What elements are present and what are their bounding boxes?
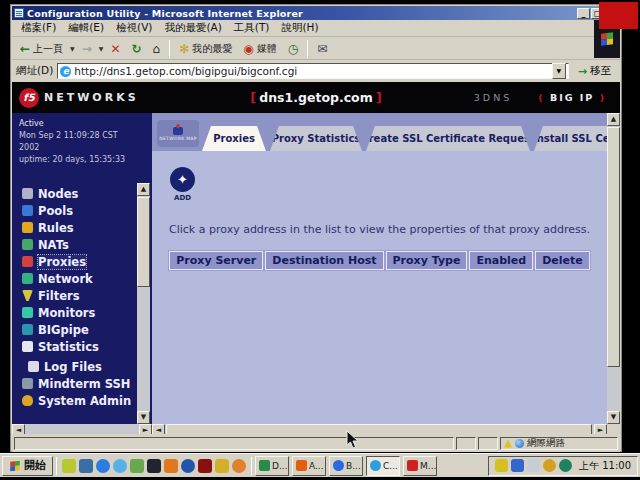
sidebar-item-nats[interactable]: NATs	[22, 236, 136, 253]
taskbar: 開始 D... A... B... C... M... 上午 11:00	[0, 453, 640, 477]
quick-launch-icon[interactable]	[62, 459, 76, 473]
quick-launch-icon[interactable]	[147, 459, 161, 473]
proxies-panel: ✦ ADD Click a proxy address in the list …	[152, 151, 607, 424]
history-button[interactable]: ◷	[283, 39, 303, 58]
go-button[interactable]: → 移至	[573, 63, 616, 80]
network-icon	[22, 273, 33, 284]
sidebar-item-log-files[interactable]: Log Files	[22, 358, 136, 375]
address-input[interactable]	[74, 65, 549, 77]
refresh-button[interactable]: ↻	[126, 39, 146, 58]
tab-proxy-statistics[interactable]: Proxy Statistics	[270, 126, 362, 151]
content-horizontal-scrollbar[interactable]: ◄ ►	[152, 424, 620, 434]
menu-favorites[interactable]: 我的最愛(A)	[159, 20, 226, 36]
scroll-right-icon[interactable]: ►	[139, 424, 152, 434]
sidebar-item-statistics[interactable]: Statistics	[22, 338, 136, 355]
back-dropdown-icon[interactable]: ▼	[69, 45, 76, 52]
sidebar-item-filters[interactable]: Filters	[22, 287, 136, 304]
scroll-left-icon[interactable]: ◄	[152, 424, 165, 434]
forward-dropdown-icon[interactable]: ▼	[98, 45, 105, 52]
scrollbar-corner	[607, 424, 620, 434]
scroll-down-icon[interactable]: ▼	[137, 411, 150, 424]
quick-launch-icon[interactable]	[232, 459, 246, 473]
tray-icon[interactable]	[543, 459, 556, 472]
menu-view[interactable]: 檢視(V)	[111, 20, 157, 36]
product-3dns-link[interactable]: 3DNS	[474, 92, 513, 103]
scroll-down-icon[interactable]: ▼	[607, 411, 620, 424]
scrollbar-thumb[interactable]	[607, 127, 620, 367]
menu-bar: 檔案(F) 編輯(E) 檢視(V) 我的最愛(A) 工具(T) 說明(H)	[12, 20, 620, 37]
scrollbar-thumb[interactable]	[137, 197, 150, 287]
tray-icon[interactable]	[511, 459, 524, 472]
start-button[interactable]: 開始	[2, 456, 53, 476]
sidebar-item-pools[interactable]: Pools	[22, 202, 136, 219]
proxy-table-header-row: Proxy Server Destination Host Proxy Type…	[152, 251, 607, 270]
sidebar-item-rules[interactable]: Rules	[22, 219, 136, 236]
toolbar-separator	[307, 40, 308, 58]
tab-proxies[interactable]: Proxies	[202, 126, 266, 151]
taskbar-window-button[interactable]: A...	[292, 456, 326, 476]
scroll-up-icon[interactable]: ▲	[137, 183, 150, 196]
sidebar-vertical-scrollbar[interactable]: ▲ ▼	[137, 183, 150, 424]
content-vertical-scrollbar[interactable]: ▲ ▼	[607, 113, 620, 424]
tray-icon[interactable]	[495, 459, 508, 472]
menu-tools[interactable]: 工具(T)	[229, 20, 275, 36]
scroll-left-icon[interactable]: ◄	[12, 424, 25, 434]
add-proxy-button[interactable]: ✦	[170, 167, 195, 192]
sidebar-item-system-admin[interactable]: System Admin	[22, 392, 136, 409]
taskbar-window-button[interactable]: B...	[329, 456, 363, 476]
status-datetime: Mon Sep 2 11:09:28 CST 2002	[19, 130, 139, 154]
video-capture-artifact	[599, 2, 638, 29]
back-button[interactable]: ← 上一頁	[15, 39, 68, 58]
quick-launch-icon[interactable]	[215, 459, 229, 473]
minimize-button[interactable]: _	[577, 8, 590, 19]
quick-launch-icon[interactable]	[96, 459, 110, 473]
media-button[interactable]: ◉ 媒體	[238, 39, 281, 58]
quick-launch-icon[interactable]	[79, 459, 93, 473]
scroll-right-icon[interactable]: ►	[594, 424, 607, 434]
taskbar-window-button-active[interactable]: C...	[366, 456, 400, 476]
sidebar-item-proxies[interactable]: Proxies	[22, 253, 136, 270]
sidebar-item-monitors[interactable]: Monitors	[22, 304, 136, 321]
stop-button[interactable]: ✕	[105, 39, 125, 58]
col-proxy-type[interactable]: Proxy Type	[386, 251, 468, 270]
sidebar-item-bigpipe[interactable]: BIGpipe	[22, 321, 136, 338]
quick-launch-icon[interactable]	[181, 459, 195, 473]
scrollbar-thumb[interactable]	[166, 424, 592, 434]
sidebar-horizontal-scrollbar[interactable]: ◄ ►	[12, 424, 152, 434]
hostname-banner: [dns1.getop.com]	[247, 90, 384, 105]
quick-launch-icon[interactable]	[113, 459, 127, 473]
sidebar-item-mindterm-ssh[interactable]: Mindterm SSH	[22, 375, 136, 392]
menu-edit[interactable]: 編輯(E)	[63, 20, 109, 36]
tray-icon[interactable]	[527, 459, 540, 472]
product-bigip-link[interactable]: ( BIG IP )	[538, 92, 606, 103]
mail-button[interactable]: ✉	[312, 39, 332, 58]
col-delete[interactable]: Delete	[535, 251, 590, 270]
col-destination-host[interactable]: Destination Host	[265, 251, 383, 270]
home-button[interactable]: ⌂	[148, 39, 166, 58]
tray-icon[interactable]	[559, 459, 572, 472]
ie-window: Configuration Utility - Microsoft Intern…	[10, 4, 622, 452]
address-dropdown-icon[interactable]: ▼	[552, 63, 566, 79]
col-enabled[interactable]: Enabled	[469, 251, 533, 270]
favorites-button[interactable]: ✻ 我的最愛	[174, 39, 237, 58]
sidebar-item-nodes[interactable]: Nodes	[22, 185, 136, 202]
col-proxy-server[interactable]: Proxy Server	[169, 251, 263, 270]
menu-help[interactable]: 說明(H)	[276, 20, 323, 36]
tab-create-ssl-certificate-request[interactable]: Create SSL Certificate Request	[366, 126, 530, 151]
sidebar-item-network[interactable]: Network	[22, 270, 136, 287]
mindterm-ssh-icon	[22, 378, 33, 389]
quick-launch-icon[interactable]	[164, 459, 178, 473]
taskbar-window-button[interactable]: M...	[403, 456, 437, 476]
menu-file[interactable]: 檔案(F)	[16, 20, 61, 36]
quick-launch-icon[interactable]	[130, 459, 144, 473]
network-map-button[interactable]: NETWORK MAP	[157, 120, 199, 147]
forward-icon: →	[82, 43, 92, 55]
statistics-icon	[22, 341, 33, 352]
favorites-label: 我的最愛	[192, 42, 232, 56]
taskbar-window-button[interactable]: D...	[255, 456, 289, 476]
title-bar[interactable]: Configuration Utility - Microsoft Intern…	[12, 6, 620, 20]
scroll-up-icon[interactable]: ▲	[607, 113, 620, 126]
forward-button[interactable]: →	[77, 39, 97, 58]
quick-launch-icon[interactable]	[198, 459, 212, 473]
history-icon: ◷	[288, 43, 298, 55]
